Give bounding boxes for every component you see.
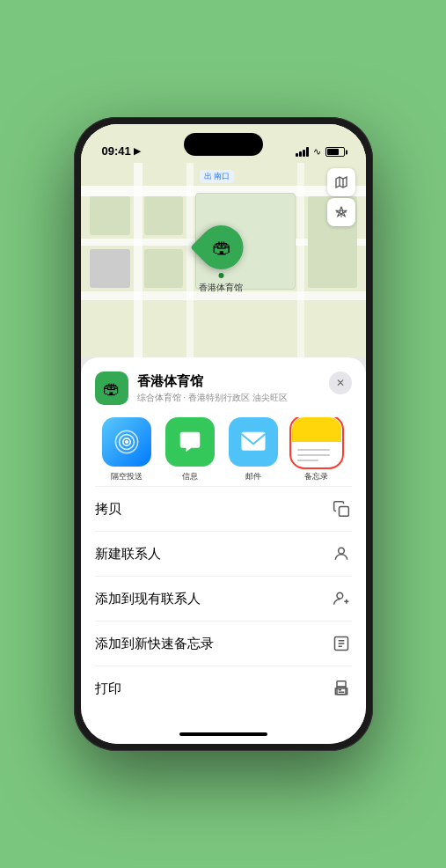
- share-item-airdrop[interactable]: 隔空投送: [95, 417, 158, 482]
- battery-icon: [325, 147, 345, 157]
- copy-icon: [331, 498, 352, 519]
- status-icons: ∿: [296, 146, 345, 158]
- wifi-icon: ∿: [313, 146, 321, 158]
- print-label: 打印: [95, 680, 121, 697]
- share-item-more[interactable]: [348, 417, 352, 482]
- new-contact-label: 新建联系人: [95, 546, 161, 563]
- action-add-contact[interactable]: 添加到现有联系人: [95, 577, 352, 622]
- svg-point-4: [124, 440, 128, 444]
- svg-point-0: [340, 210, 343, 214]
- new-contact-icon: [331, 543, 352, 564]
- action-copy[interactable]: 拷贝: [95, 487, 352, 532]
- home-indicator: [81, 725, 366, 744]
- svg-point-8: [337, 592, 343, 599]
- map-controls: [327, 168, 355, 226]
- venue-icon: 🏟: [95, 371, 128, 405]
- message-icon: [165, 417, 215, 467]
- location-arrow-icon: ▶: [134, 146, 141, 156]
- airdrop-label: 隔空投送: [111, 471, 143, 482]
- share-item-mail[interactable]: 邮件: [222, 417, 285, 482]
- signal-bars-icon: [296, 147, 309, 157]
- home-bar: [179, 732, 267, 736]
- share-row: 隔空投送 信息: [95, 417, 352, 482]
- stadium-name-label: 香港体育馆: [199, 282, 243, 294]
- mail-label: 邮件: [245, 471, 261, 482]
- message-label: 信息: [182, 471, 198, 482]
- share-item-notes[interactable]: 备忘录: [285, 417, 348, 482]
- airdrop-icon: [102, 417, 151, 467]
- copy-label: 拷贝: [95, 501, 121, 518]
- mail-icon: [229, 417, 278, 467]
- stadium-marker[interactable]: 🏟 香港体育馆: [199, 225, 243, 294]
- venue-name: 香港体育馆: [137, 373, 352, 390]
- print-icon: [331, 678, 352, 699]
- svg-rect-10: [337, 681, 346, 688]
- status-time: 09:41: [102, 144, 131, 158]
- svg-rect-5: [241, 432, 265, 451]
- map-exit-label: 出 南口: [200, 170, 235, 183]
- quick-note-icon: [331, 633, 352, 654]
- map-type-button[interactable]: [327, 168, 355, 196]
- venue-header: 🏟 香港体育馆 综合体育馆 · 香港特别行政区 油尖旺区 ✕: [95, 371, 352, 405]
- notes-label: 备忘录: [304, 471, 328, 482]
- close-button[interactable]: ✕: [329, 371, 352, 394]
- phone-screen: 09:41 ▶ ∿: [81, 124, 366, 744]
- action-quick-note[interactable]: 添加到新快速备忘录: [95, 622, 352, 666]
- dynamic-island: [184, 133, 263, 156]
- action-print[interactable]: 打印: [95, 666, 352, 710]
- action-list: 拷贝 新建联系人: [95, 486, 352, 710]
- venue-info: 香港体育馆 综合体育馆 · 香港特别行政区 油尖旺区: [137, 373, 352, 404]
- action-new-contact[interactable]: 新建联系人: [95, 532, 352, 577]
- add-contact-icon: [331, 588, 352, 609]
- svg-point-7: [338, 548, 344, 554]
- phone-frame: 09:41 ▶ ∿: [74, 117, 373, 751]
- venue-subtitle: 综合体育馆 · 香港特别行政区 油尖旺区: [137, 392, 352, 404]
- quick-note-label: 添加到新快速备忘录: [95, 636, 214, 652]
- bottom-sheet: 🏟 香港体育馆 综合体育馆 · 香港特别行政区 油尖旺区 ✕: [81, 357, 366, 725]
- location-button[interactable]: [327, 198, 355, 226]
- svg-rect-6: [339, 507, 348, 517]
- add-contact-label: 添加到现有联系人: [95, 591, 201, 607]
- notes-icon: [292, 417, 341, 467]
- share-item-message[interactable]: 信息: [158, 417, 222, 482]
